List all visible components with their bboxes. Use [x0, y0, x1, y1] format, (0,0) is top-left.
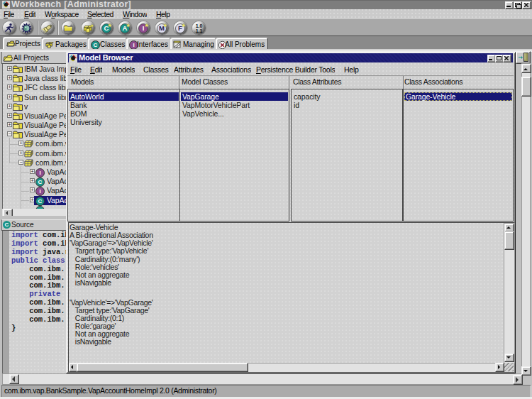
svg-text:1.1: 1.1 [195, 28, 202, 33]
svg-text:C: C [104, 24, 109, 32]
svg-text:1.0: 1.0 [195, 23, 202, 28]
svg-text:I: I [142, 24, 144, 32]
svg-text:F: F [178, 24, 182, 32]
svg-text:M: M [159, 24, 165, 32]
svg-text:A: A [122, 24, 127, 32]
